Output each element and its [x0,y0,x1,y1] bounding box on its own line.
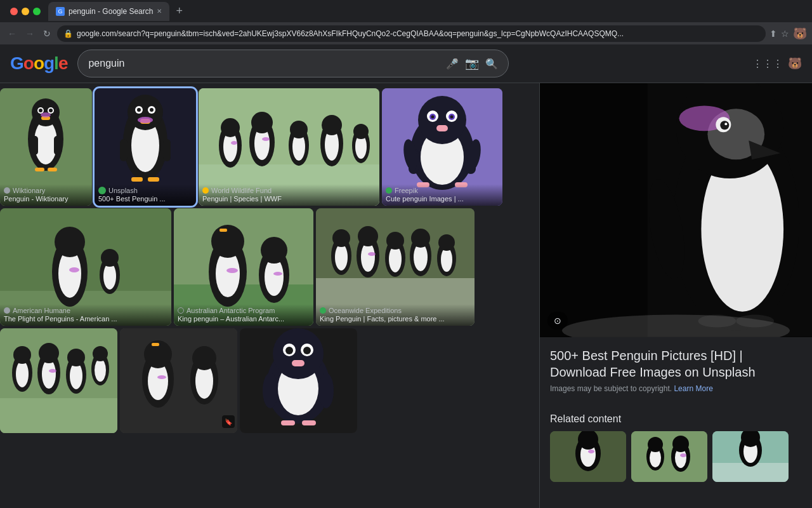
tile-info-oceanwide: Oceanwide Expeditions King Penguin | Fac… [316,304,475,326]
image-tile-r3c[interactable] [240,328,357,433]
svg-point-167 [672,436,689,452]
related-thumb-svg-1 [550,431,626,482]
tab-title: penguin - Google Search [69,7,153,16]
svg-point-150 [720,121,729,130]
logo-g: G [10,53,23,73]
related-thumb-3[interactable] [712,431,789,482]
search-box[interactable]: 🎤 📷 🔍 [77,50,509,77]
image-tile-r3b[interactable]: 🔖 [120,328,237,433]
tile-source-freepik: Freepik [386,187,499,194]
svg-point-55 [431,116,435,119]
svg-rect-136 [292,360,304,366]
tile-info-freepik: Freepik Cute penguin Images | ... [382,184,502,206]
svg-point-88 [332,229,350,247]
svg-point-32 [221,118,240,137]
svg-point-151 [724,123,727,125]
svg-point-92 [368,252,376,256]
search-input[interactable] [88,58,441,69]
svg-point-21 [150,108,154,112]
related-content-title: Related content [550,413,802,425]
window-controls [5,3,46,20]
browser-chrome: G penguin - Google Search ✕ + ← → ↻ 🔒 go… [0,0,812,44]
tile-source-text: Wiktionary [13,187,45,194]
lens-icon: ⊙ [554,316,561,326]
main-content: Wiktionary Penguin - Wiktionary [0,83,812,508]
svg-point-43 [322,115,342,135]
svg-rect-140 [302,420,316,425]
logo-l: l [54,53,58,73]
image-tile-wiktionary[interactable]: Wiktionary Penguin - Wiktionary [0,88,92,206]
tile-source-text-freepik: Freepik [395,187,418,194]
close-window-btn[interactable] [10,8,18,15]
panel-lens-button[interactable]: ⊙ [547,312,568,330]
image-tile-r3a[interactable] [0,328,117,433]
address-bar[interactable]: 🔒 google.com/search?q=penguin&tbm=isch&v… [57,25,766,42]
tile-info-wiktionary: Wiktionary Penguin - Wiktionary [0,184,92,206]
bookmark-icon[interactable]: ☆ [781,29,789,39]
image-tile-american-humane[interactable]: American Humane The Plight of Penguins -… [0,208,171,326]
svg-rect-122 [152,343,159,346]
browser-tab[interactable]: G penguin - Google Search ✕ [48,2,169,21]
logo-e: e [58,53,68,73]
lock-icon: 🔒 [63,29,73,38]
refresh-button[interactable]: ↻ [41,29,53,39]
tile-source-ow: Oceanwide Expeditions [320,307,471,314]
svg-point-164 [648,437,663,452]
image-tile-oceanwide[interactable]: Oceanwide Expeditions King Penguin | Fac… [316,208,475,326]
svg-point-106 [13,346,31,364]
tile-source-text-ah: American Humane [13,307,70,314]
svg-point-115 [95,359,106,382]
svg-point-56 [450,116,454,119]
svg-rect-103 [0,398,117,433]
tile-source-text-ow: Oceanwide Expeditions [329,307,402,314]
svg-point-101 [438,234,455,251]
image-tile-unsplash[interactable]: Unsplash 500+ Best Penguin ... [95,88,196,206]
tile-source-text-unsplash: Unsplash [108,187,138,194]
svg-point-78 [226,268,238,273]
svg-rect-25 [131,177,143,182]
related-thumb-1[interactable] [550,431,626,482]
image-tile-aap[interactable]: Australian Antarctic Program King pengui… [174,208,313,326]
panel-copyright-text: Images may be subject to copyright. [550,384,672,393]
svg-point-134 [285,347,293,354]
tab-close-icon[interactable]: ✕ [157,8,162,15]
svg-point-91 [358,226,378,246]
svg-rect-26 [148,177,159,182]
share-icon[interactable]: ⬆ [769,29,777,39]
related-thumbnails [550,431,802,482]
minimize-window-btn[interactable] [22,8,29,15]
profile-icon[interactable]: 🐻 [793,27,807,41]
address-bar-row: ← → ↻ 🔒 google.com/search?q=penguin&tbm=… [0,22,812,44]
voice-search-icon[interactable]: 🎤 [446,58,459,70]
svg-point-168 [680,453,686,457]
back-button[interactable]: ← [5,29,19,39]
tile-source-ah: American Humane [4,307,167,314]
apps-icon[interactable]: ⋮⋮⋮ [752,58,783,70]
svg-point-36 [251,112,273,133]
svg-point-105 [16,361,29,387]
search-icons: 🎤 📷 🔍 [446,57,498,70]
panel-learn-more-link[interactable]: Learn More [674,384,712,393]
panel-subtitle: Images may be subject to copyright. Lear… [550,384,802,393]
maximize-window-btn[interactable] [33,8,41,15]
forward-button[interactable]: → [23,29,37,39]
related-thumb-2[interactable] [631,431,707,482]
svg-point-110 [49,369,56,373]
tile-source-wwf: World Wildlife Fund [202,187,376,194]
svg-point-13 [41,112,51,117]
svg-rect-24 [163,139,171,161]
tile-source-text-wwf: World Wildlife Fund [211,187,272,194]
penguin-svg-r3b [120,328,237,433]
svg-rect-10 [54,136,60,155]
image-tile-freepik[interactable]: Freepik Cute penguin Images | ... [382,88,502,206]
svg-point-112 [70,363,82,389]
search-button-icon[interactable]: 🔍 [485,58,498,70]
svg-point-94 [389,246,402,272]
account-icon[interactable]: 🐻 [788,57,802,70]
favicon: G [56,7,65,16]
svg-point-98 [411,229,430,248]
lens-icon[interactable]: 📷 [465,57,479,70]
image-tile-wwf[interactable]: World Wildlife Fund Penguin | Species | … [199,88,379,206]
new-tab-button[interactable]: + [172,4,187,18]
google-logo: Google [10,53,67,74]
